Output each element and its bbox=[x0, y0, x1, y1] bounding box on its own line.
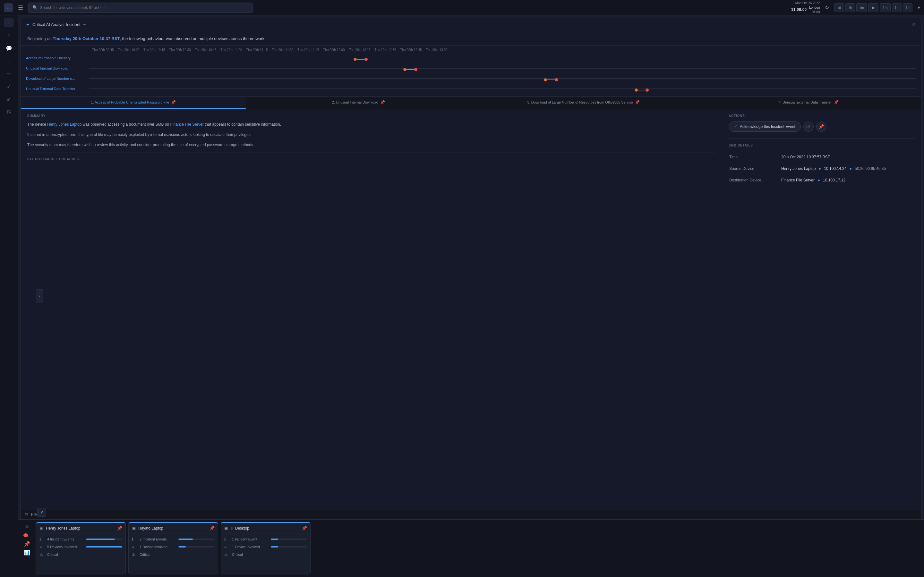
incident-panel: ✦ Critical AI Analyst Incident − ✕ Begin… bbox=[21, 18, 921, 519]
dropdown-btn[interactable]: ▾ bbox=[918, 5, 920, 11]
panel-minimize-button[interactable]: − bbox=[83, 22, 86, 27]
timeline-dot-end-0 bbox=[365, 58, 368, 61]
bottom-tray-wrapper: ∨ ⚙ ⚠ 4 📌 📊 ▣ Henry Jones Laptop 📌 bbox=[18, 519, 924, 577]
refresh-button[interactable]: ↻ bbox=[825, 5, 829, 11]
event-tab-label-1: 2. Unusual Internal Download bbox=[332, 100, 378, 105]
device-link[interactable]: Henry Jones Laptop bbox=[47, 122, 81, 127]
datetime-date: Mon Oct 24 2022 bbox=[791, 1, 820, 5]
event-tab-label-2: 3. Download of Large Number of Resources… bbox=[527, 100, 633, 105]
timeline-row-label-1[interactable]: Unusual Internal Download bbox=[26, 66, 89, 70]
menu-button[interactable]: ☰ bbox=[17, 3, 24, 13]
tray-stat-itdesktop-critical: ⚠ Critical bbox=[221, 551, 310, 558]
timeline-row-label-0[interactable]: Access of Probable Unencry... bbox=[26, 56, 89, 60]
tray-pin-btn-itdesktop[interactable]: 📌 bbox=[302, 526, 307, 530]
tray-stat-henry-events: ℹ 4 Incident Events bbox=[36, 535, 126, 543]
tray-stat-label-henry-events: 4 Incident Events bbox=[47, 537, 83, 541]
tf-1m-btn[interactable]: 1m bbox=[856, 3, 867, 12]
tray-stat-icon-itdesktop-critical: ⚠ bbox=[224, 552, 229, 557]
event-tab-0[interactable]: 1. Access of Probable Unencrypted Passwo… bbox=[21, 97, 246, 109]
tray-pin-icon[interactable]: 📌 bbox=[24, 541, 30, 547]
circle-check-button[interactable]: ☑ bbox=[803, 121, 814, 132]
search-input[interactable] bbox=[40, 5, 249, 10]
event-tab-2[interactable]: 3. Download of Large Number of Resources… bbox=[471, 97, 696, 109]
event-tab-pin-2[interactable]: 📌 bbox=[635, 100, 640, 105]
acknowledge-button[interactable]: ✓ Acknowledge this Incident Event bbox=[729, 121, 801, 132]
dest-device-link[interactable]: Finance File Server bbox=[781, 178, 814, 182]
sidebar-icon-list[interactable]: ≡ bbox=[3, 29, 15, 41]
event-tab-3[interactable]: 4. Unusual External Data Transfer 📌 bbox=[696, 97, 921, 109]
source-sep-1: ● bbox=[819, 166, 822, 171]
sidebar-expand-btn[interactable]: › bbox=[5, 18, 13, 27]
dest-ip: 10.100.17.12 bbox=[823, 178, 845, 182]
tray-pin-btn-hayato[interactable]: 📌 bbox=[210, 526, 215, 530]
home-button[interactable]: ⌂ bbox=[4, 3, 13, 12]
tray-stat-icon-henry-critical: ⚠ bbox=[39, 552, 45, 557]
tray-card-device-icon-henry: ▣ bbox=[39, 526, 43, 530]
tray-card-header-hayato: ▣ Hayato Laptop 📌 bbox=[129, 523, 218, 533]
tl-label-10: Thu 20th 12:15 bbox=[347, 48, 373, 52]
tray-chart-icon[interactable]: 📊 bbox=[24, 550, 30, 556]
tf-1d-right-btn[interactable]: 1d bbox=[903, 3, 913, 12]
smb-table: Time 20th Oct 2022 10:37:57 BST Source D… bbox=[729, 151, 915, 186]
sidebar-icon-analytics[interactable]: ⎍ bbox=[3, 55, 15, 67]
dest-sep: ● bbox=[817, 178, 821, 182]
tray-card-title-henry: Henry Jones Laptop bbox=[46, 526, 115, 530]
tz-offset: +01:00 bbox=[809, 10, 820, 15]
circle-pin-button[interactable]: 📌 bbox=[816, 121, 827, 132]
sidebar-icon-star[interactable]: ☆ bbox=[3, 68, 15, 79]
tl-label-3: Thu 20th 10:30 bbox=[167, 48, 193, 52]
actions-title: ACTIONS bbox=[729, 114, 915, 118]
tl-label-5: Thu 20th 11:00 bbox=[218, 48, 244, 52]
sidebar-icon-chat[interactable]: 💬 bbox=[3, 42, 15, 54]
tf-1h-right-btn[interactable]: 1h bbox=[892, 3, 901, 12]
event-left-panel: SUMMARY The device Henry Jones Laptop wa… bbox=[21, 109, 722, 510]
server-link[interactable]: Finance File Server bbox=[170, 122, 204, 127]
search-bar[interactable]: 🔍 bbox=[28, 3, 253, 13]
timeline-row-1[interactable]: Unusual Internal Download bbox=[26, 63, 916, 73]
tf-1d-btn[interactable]: 1d bbox=[834, 3, 844, 12]
panel-title-icon: ✦ bbox=[26, 22, 30, 27]
event-tab-label-0: 1. Access of Probable Unencrypted Passwo… bbox=[91, 100, 169, 105]
event-content: SUMMARY The device Henry Jones Laptop wa… bbox=[21, 109, 921, 510]
expand-left-button[interactable]: › bbox=[36, 289, 43, 303]
panel-close-button[interactable]: ✕ bbox=[912, 21, 916, 27]
event-tab-pin-3[interactable]: 📌 bbox=[834, 100, 838, 105]
tf-1m-right-btn[interactable]: 1m bbox=[880, 3, 890, 12]
tray-stat-label-hayato-events: 2 Incident Events bbox=[140, 537, 176, 541]
timeline-row-2[interactable]: Download of Large Number o... bbox=[26, 73, 916, 84]
smb-label-time: Time bbox=[729, 152, 780, 163]
tray-settings-icon[interactable]: ⚙ bbox=[25, 524, 29, 530]
smb-divider bbox=[729, 138, 915, 139]
timeline-row-0[interactable]: Access of Probable Unencry... bbox=[26, 53, 916, 63]
timeline-row-3[interactable]: Unusual External Data Transfer bbox=[26, 84, 916, 94]
timeline-row-label-3[interactable]: Unusual External Data Transfer bbox=[26, 87, 89, 91]
timeline-event-2 bbox=[544, 78, 558, 81]
tray-stat-icon-itdesktop-events: ℹ bbox=[224, 537, 229, 542]
collapse-tray-button[interactable]: ∨ bbox=[37, 508, 46, 517]
summary-divider bbox=[27, 153, 716, 153]
tray-card-device-icon-itdesktop: ▣ bbox=[224, 526, 228, 530]
sidebar-icon-check[interactable]: ✓ bbox=[3, 81, 15, 92]
event-tab-pin-1[interactable]: 📌 bbox=[380, 100, 385, 105]
tray-stat-bar-fill-hayato-events bbox=[178, 538, 193, 540]
filter-bar: ⊟ Filters bbox=[21, 510, 921, 519]
tf-play-btn[interactable]: ▶ bbox=[868, 3, 879, 12]
tf-1h-btn[interactable]: 1h bbox=[845, 3, 855, 12]
source-device-link[interactable]: Henry Jones Laptop bbox=[781, 166, 816, 171]
sidebar-icon-copy[interactable]: ⎘ bbox=[3, 106, 15, 118]
tray-stat-itdesktop-events: ℹ 1 Incident Event bbox=[221, 535, 310, 543]
sidebar-icon-check2[interactable]: ✔ bbox=[3, 93, 15, 105]
timeline-track-3 bbox=[89, 89, 916, 89]
tray-card-henry: ▣ Henry Jones Laptop 📌 ℹ 4 Incident Even… bbox=[36, 522, 126, 574]
tray-card-header-henry: ▣ Henry Jones Laptop 📌 bbox=[36, 523, 126, 533]
timeline-row-label-2[interactable]: Download of Large Number o... bbox=[26, 77, 89, 81]
tray-card-itdesktop: ▣ IT Desktop 📌 ℹ 1 Incident Event bbox=[221, 522, 310, 574]
tray-stat-bar-henry-devices bbox=[86, 546, 122, 548]
incident-suffix: , the following behaviour was observed o… bbox=[120, 36, 264, 41]
tray-warning-icon[interactable]: ⚠ 4 bbox=[25, 532, 29, 538]
tray-pin-btn-henry[interactable]: 📌 bbox=[117, 526, 122, 530]
event-tab-pin-0[interactable]: 📌 bbox=[171, 100, 176, 105]
event-tab-1[interactable]: 2. Unusual Internal Download 📌 bbox=[246, 97, 471, 109]
tray-stat-label-hayato-devices: 1 Device Involved bbox=[140, 545, 176, 549]
tray-card-title-hayato: Hayato Laptop bbox=[138, 526, 207, 530]
